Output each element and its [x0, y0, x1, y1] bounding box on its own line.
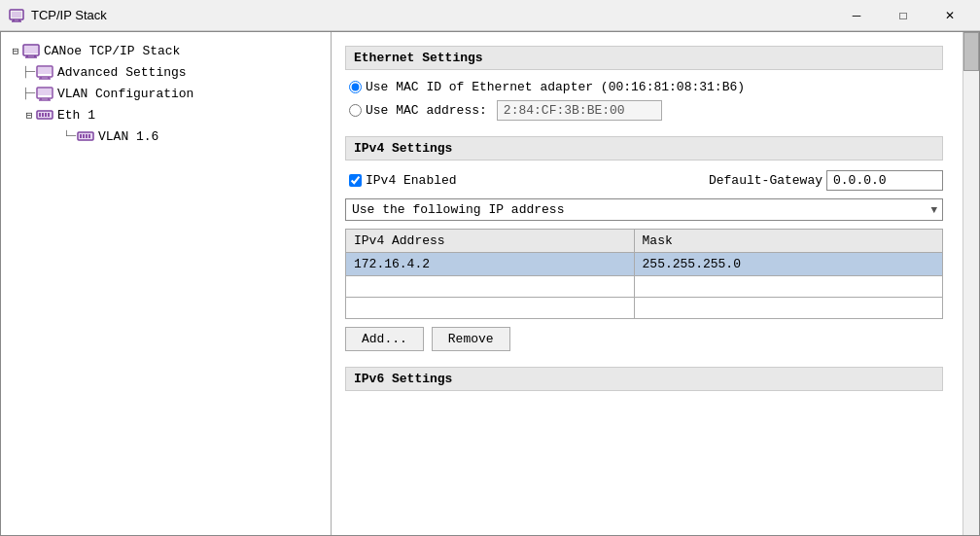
ipv4-settings-section: IPv4 Settings IPv4 Enabled Default-Gatew…: [345, 136, 943, 351]
window-controls: ─ □ ✕: [834, 0, 972, 31]
window-title: TCP/IP Stack: [31, 8, 834, 22]
svg-rect-16: [38, 89, 52, 95]
eth1-icon: [36, 106, 53, 124]
ip-button-row: Add... Remove: [345, 327, 943, 351]
svg-rect-6: [24, 46, 38, 54]
tree-item-vlan16[interactable]: └─ VLAN 1.6: [59, 125, 327, 147]
svg-rect-4: [12, 12, 21, 18]
radio-row-1: Use MAC ID of Ethernet adapter (00:16:81…: [345, 80, 943, 94]
root-expander[interactable]: ⊟: [9, 45, 22, 57]
root-icon: [22, 42, 40, 59]
gateway-input[interactable]: 0.0.0.0: [826, 170, 943, 191]
vlan16-label: VLAN 1.6: [98, 129, 158, 144]
right-content: Ethernet Settings Use MAC ID of Ethernet…: [332, 32, 962, 411]
advanced-settings-label: Advanced Settings: [57, 65, 187, 80]
gateway-label: Default-Gateway: [709, 173, 822, 188]
ip-table-empty-row-1: [346, 276, 943, 298]
ip-mode-dropdown[interactable]: Use the following IP address: [345, 198, 943, 221]
tree-item-eth1[interactable]: ⊟ Eth 1: [18, 104, 327, 125]
titlebar: TCP/IP Stack ─ □ ✕: [0, 0, 980, 31]
eth1-label: Eth 1: [57, 108, 95, 123]
main-content: ⊟ CANoe TCP/IP Stack ├─: [0, 31, 980, 536]
ipv4-enabled-label[interactable]: IPv4 Enabled: [366, 173, 457, 188]
svg-rect-23: [42, 113, 44, 117]
ipv4-enabled-row: IPv4 Enabled Default-Gateway 0.0.0.0: [345, 170, 943, 191]
vlan16-icon: [77, 127, 94, 145]
tree-panel: ⊟ CANoe TCP/IP Stack ├─: [1, 32, 332, 535]
ip-address-cell: 172.16.4.2: [346, 253, 635, 276]
ethernet-settings-header: Ethernet Settings: [345, 46, 943, 70]
ip-address-table: IPv4 Address Mask 172.16.4.2 255.255.255…: [345, 229, 943, 319]
ipv6-settings-section: IPv6 Settings: [345, 367, 943, 391]
maximize-button[interactable]: □: [881, 0, 926, 31]
svg-rect-28: [80, 134, 82, 138]
svg-rect-11: [38, 67, 52, 74]
vlan-config-label: VLAN Configuration: [57, 87, 193, 101]
radio-mac-addr[interactable]: [349, 104, 362, 117]
tree-root[interactable]: ⊟ CANoe TCP/IP Stack: [5, 40, 327, 61]
svg-rect-24: [45, 113, 47, 117]
advanced-settings-icon: [36, 63, 53, 81]
svg-rect-22: [39, 113, 41, 117]
root-label: CANoe TCP/IP Stack: [44, 44, 180, 58]
eth1-expander[interactable]: ⊟: [22, 109, 36, 122]
connector1: ├─: [22, 66, 36, 78]
app-icon: [8, 7, 25, 24]
col-mask: Mask: [634, 230, 942, 253]
radio-mac-addr-label[interactable]: Use MAC address:: [366, 103, 487, 118]
connector2: ├─: [22, 88, 36, 99]
svg-rect-31: [88, 134, 90, 138]
radio-row-2: Use MAC address: 2:84:CF:3B:BE:00: [345, 100, 943, 121]
scrollbar-thumb[interactable]: [963, 32, 979, 71]
mac-address-input[interactable]: 2:84:CF:3B:BE:00: [497, 100, 662, 121]
svg-rect-29: [83, 134, 85, 138]
right-panel: Ethernet Settings Use MAC ID of Ethernet…: [332, 32, 979, 535]
mask-cell: 255.255.255.0: [634, 253, 942, 276]
ip-mode-dropdown-row: Use the following IP address ▼: [345, 198, 943, 221]
col-ipv4-address: IPv4 Address: [346, 230, 635, 253]
add-button[interactable]: Add...: [345, 327, 424, 351]
radio-mac-id[interactable]: [349, 81, 362, 93]
ethernet-settings-section: Ethernet Settings Use MAC ID of Ethernet…: [345, 46, 943, 121]
ipv4-settings-header: IPv4 Settings: [345, 136, 943, 161]
ip-mode-dropdown-wrapper: Use the following IP address ▼: [345, 198, 943, 221]
scrollbar[interactable]: [962, 32, 979, 535]
connector3: └─: [63, 130, 77, 142]
ip-table-empty-row-2: [346, 298, 943, 319]
ip-table-row[interactable]: 172.16.4.2 255.255.255.0: [346, 253, 943, 276]
svg-rect-30: [86, 134, 88, 138]
ipv4-enabled-checkbox[interactable]: [349, 174, 362, 187]
ip-table-header-row: IPv4 Address Mask: [346, 230, 943, 253]
vlan-config-icon: [36, 85, 53, 102]
svg-rect-25: [48, 113, 50, 117]
remove-button[interactable]: Remove: [432, 327, 510, 351]
minimize-button[interactable]: ─: [834, 0, 879, 31]
close-button[interactable]: ✕: [928, 0, 972, 31]
ipv6-settings-header: IPv6 Settings: [345, 367, 943, 391]
radio-mac-id-label[interactable]: Use MAC ID of Ethernet adapter (00:16:81…: [366, 80, 745, 94]
tree-item-vlan-config[interactable]: ├─ VLAN Configuration: [18, 83, 327, 104]
tree-item-advanced-settings[interactable]: ├─ Advanced Settings: [18, 61, 327, 83]
